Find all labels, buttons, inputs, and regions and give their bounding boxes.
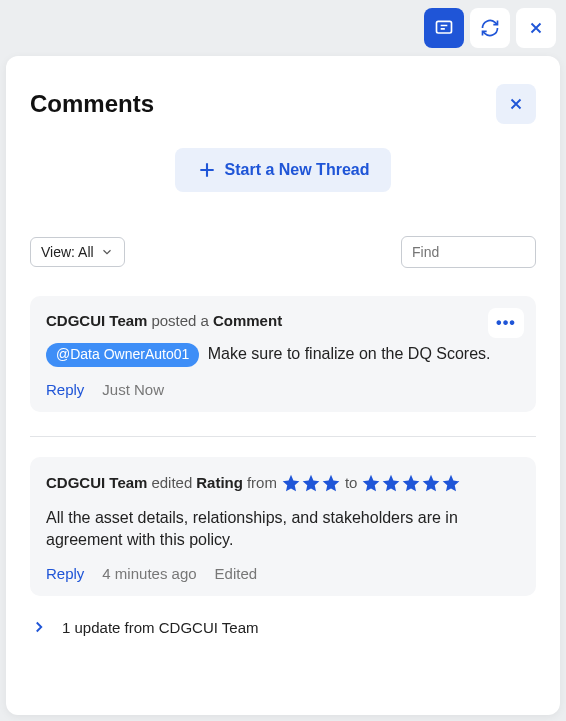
comments-panel: Comments Start a New Thread View: All CD… [6, 56, 560, 715]
toolbar-close-button[interactable] [516, 8, 556, 48]
star-icon [401, 473, 421, 493]
star-icon [441, 473, 461, 493]
plus-icon [197, 160, 217, 180]
panel-title: Comments [30, 90, 154, 118]
star-icon [361, 473, 381, 493]
comment-more-button[interactable]: ••• [488, 308, 524, 338]
comment-card: CDGCUI Team edited Rating from to All th… [30, 457, 536, 597]
chevron-down-icon [100, 245, 114, 259]
comment-text: Make sure to finalize on the DQ Scores. [208, 345, 491, 362]
comment-timestamp: 4 minutes ago [102, 565, 196, 582]
comment-body: All the asset details, relationships, an… [46, 507, 520, 552]
start-new-thread-button[interactable]: Start a New Thread [175, 148, 392, 192]
close-icon [527, 19, 545, 37]
reply-link[interactable]: Reply [46, 565, 84, 582]
comment-author: CDGCUI Team [46, 312, 147, 329]
panel-close-button[interactable] [496, 84, 536, 124]
comment-card: CDGCUI Team posted a Comment ••• @Data O… [30, 296, 536, 412]
comment-object: Rating [196, 474, 243, 491]
comment-meta: CDGCUI Team posted a Comment [46, 312, 520, 329]
comment-timestamp: Just Now [102, 381, 164, 398]
divider [30, 436, 536, 437]
rating-to-label: to [345, 474, 358, 491]
comment-meta: CDGCUI Team edited Rating from to [46, 473, 520, 493]
ellipsis-icon: ••• [496, 314, 516, 332]
star-icon [281, 473, 301, 493]
new-thread-label: Start a New Thread [225, 161, 370, 179]
star-icon [381, 473, 401, 493]
star-icon [301, 473, 321, 493]
top-toolbar [424, 8, 556, 48]
comment-icon [434, 18, 454, 38]
edited-indicator: Edited [215, 565, 258, 582]
panel-header: Comments [30, 84, 536, 124]
rating-to-stars [361, 473, 461, 493]
comment-object: Comment [213, 312, 282, 329]
star-icon [321, 473, 341, 493]
comment-author: CDGCUI Team [46, 474, 147, 491]
updates-expander[interactable]: 1 update from CDGCUI Team [30, 616, 536, 638]
view-filter-button[interactable]: View: All [30, 237, 125, 267]
comment-footer: Reply 4 minutes ago Edited [46, 565, 520, 582]
reply-link[interactable]: Reply [46, 381, 84, 398]
rating-from-stars [281, 473, 341, 493]
refresh-button[interactable] [470, 8, 510, 48]
star-icon [421, 473, 441, 493]
comment-action: edited [151, 474, 192, 491]
find-input[interactable] [401, 236, 536, 268]
close-icon [507, 95, 525, 113]
updates-text: 1 update from CDGCUI Team [62, 619, 258, 636]
new-thread-row: Start a New Thread [30, 148, 536, 192]
comments-toggle-button[interactable] [424, 8, 464, 48]
comment-footer: Reply Just Now [46, 381, 520, 398]
chevron-right-icon [30, 618, 48, 636]
refresh-icon [480, 18, 500, 38]
rating-from-label: from [247, 474, 277, 491]
comment-body: @Data OwnerAuto01 Make sure to finalize … [46, 343, 520, 367]
comment-action: posted a [151, 312, 209, 329]
svg-rect-0 [437, 21, 452, 33]
mention-chip[interactable]: @Data OwnerAuto01 [46, 343, 199, 367]
view-filter-label: View: All [41, 244, 94, 260]
filter-row: View: All [30, 236, 536, 268]
